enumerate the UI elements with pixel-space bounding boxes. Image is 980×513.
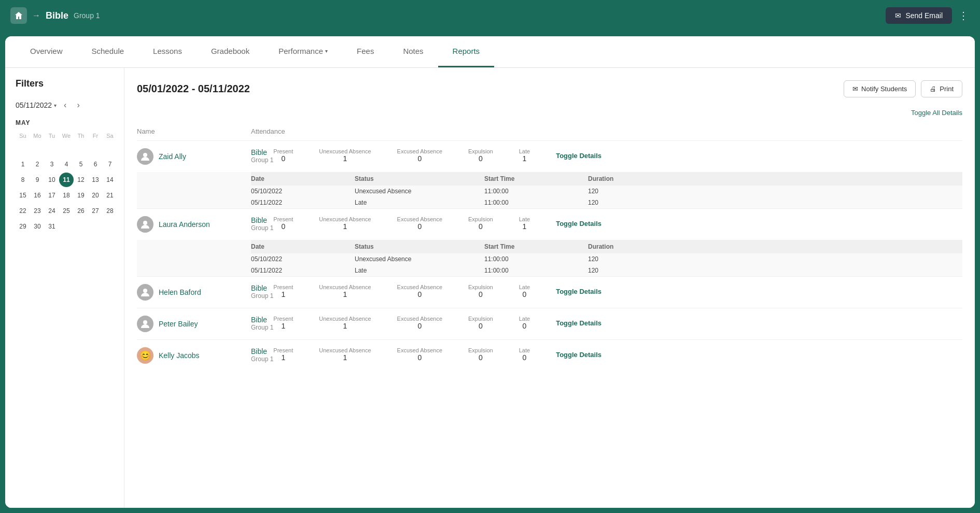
cal-day-21[interactable]: 21 [103, 188, 117, 203]
cal-day-8[interactable]: 8 [16, 173, 30, 187]
cal-day-10[interactable]: 10 [45, 173, 59, 187]
next-date-button[interactable]: › [74, 99, 82, 111]
cal-header-fr: Fr [88, 131, 103, 141]
cal-day-17[interactable]: 17 [45, 188, 59, 203]
stat-unexcused: Unexcused Absence 1 [319, 148, 371, 163]
class-info: Bible Group 1 [251, 216, 273, 232]
stats-and-toggle: Present 1 Unexcused Absence 1 Excused Ab… [273, 284, 962, 298]
cal-day-24[interactable]: 24 [45, 204, 59, 218]
stat-unexcused-label: Unexcused Absence [319, 216, 371, 222]
stat-late-value: 1 [519, 222, 530, 231]
cal-day-12[interactable]: 12 [74, 173, 88, 187]
send-email-button[interactable]: ✉ Send Email [886, 7, 952, 24]
stats-and-toggle: Present 0 Unexcused Absence 1 Excused Ab… [273, 216, 962, 231]
reports-header: 05/01/2022 - 05/11/2022 ✉ Notify Student… [137, 80, 962, 97]
cal-day-13[interactable]: 13 [88, 173, 103, 187]
cal-day-29[interactable]: 29 [16, 219, 30, 234]
cal-day-15[interactable]: 15 [16, 188, 30, 203]
detail-col-duration: Duration [588, 240, 962, 253]
cal-day-27[interactable]: 27 [88, 204, 103, 218]
student-name[interactable]: Laura Anderson [159, 220, 210, 229]
tab-notes[interactable]: Notes [388, 36, 438, 67]
stat-present-value: 1 [273, 353, 293, 362]
cal-day-11[interactable]: 11 [59, 173, 74, 187]
student-name[interactable]: Kelly Jacobs [159, 351, 200, 360]
cal-day-28[interactable]: 28 [103, 204, 117, 218]
stat-unexcused: Unexcused Absence 1 [319, 284, 371, 298]
more-options-button[interactable]: ⋮ [958, 9, 970, 22]
stats-row: Present 0 Unexcused Absence 1 Excused Ab… [273, 216, 530, 231]
cal-day-2[interactable]: 2 [30, 157, 45, 172]
cal-day-3[interactable]: 3 [45, 157, 59, 172]
attendance-cell: Bible Group 1 Present 1 Unexcused Absenc… [251, 308, 962, 340]
svg-point-1 [143, 221, 147, 225]
stat-late: Late 1 [519, 148, 530, 163]
toggle-details-button[interactable]: Toggle Details [556, 152, 601, 160]
stat-excused: Excused Absence 0 [397, 148, 442, 163]
tab-performance[interactable]: Performance ▾ [264, 36, 342, 67]
cal-day-6[interactable]: 6 [88, 157, 103, 172]
cal-day-9[interactable]: 9 [30, 173, 45, 187]
tab-schedule[interactable]: Schedule [77, 36, 139, 67]
stat-excused-value: 0 [397, 322, 442, 330]
current-date-display[interactable]: 05/11/2022 ▾ [16, 101, 57, 109]
top-bar-left: → Bible Group 1 [10, 7, 100, 24]
cal-day-19[interactable]: 19 [74, 188, 88, 203]
student-row: Helen Baford Bible Group 1 Present [137, 277, 962, 308]
stat-late-value: 0 [519, 322, 530, 330]
cal-day-18[interactable]: 18 [59, 188, 74, 203]
detail-col-start-time: Start Time [484, 172, 588, 186]
toggle-details-button[interactable]: Toggle Details [556, 288, 601, 295]
prev-date-button[interactable]: ‹ [61, 99, 69, 111]
student-row: 😊 Kelly Jacobs Bible Group 1 [137, 340, 962, 372]
stat-expulsion-label: Expulsion [468, 284, 493, 290]
student-name[interactable]: Zaid Ally [159, 152, 186, 161]
detail-start-time: 11:00:00 [484, 253, 588, 265]
stat-expulsion-value: 0 [468, 290, 493, 298]
detail-start-time: 11:00:00 [484, 186, 588, 197]
cal-day-7[interactable]: 7 [103, 157, 117, 172]
notify-students-button[interactable]: ✉ Notify Students [844, 80, 916, 97]
student-name[interactable]: Helen Baford [159, 288, 201, 296]
stat-expulsion-value: 0 [468, 154, 493, 163]
cal-day-23[interactable]: 23 [30, 204, 45, 218]
tab-overview[interactable]: Overview [16, 36, 77, 67]
toggle-details-button[interactable]: Toggle Details [556, 220, 601, 227]
cal-day-30[interactable]: 30 [30, 219, 45, 234]
reports-table: Name Attendance Zaid Ally [137, 122, 962, 371]
cal-day-22[interactable]: 22 [16, 204, 30, 218]
avatar: 😊 [137, 347, 153, 364]
stat-expulsion-value: 0 [468, 222, 493, 231]
cal-day-16[interactable]: 16 [30, 188, 45, 203]
toggle-all-details-link[interactable]: Toggle All Details [911, 109, 962, 117]
print-button[interactable]: 🖨 Print [921, 80, 962, 97]
student-name-cell: Helen Baford [137, 277, 251, 308]
app-logo[interactable] [10, 7, 27, 24]
tab-fees[interactable]: Fees [342, 36, 388, 67]
cal-day-14[interactable]: 14 [103, 173, 117, 187]
cal-day-26[interactable]: 26 [74, 204, 88, 218]
cal-day-31[interactable]: 31 [45, 219, 59, 234]
stat-unexcused-value: 1 [319, 322, 371, 330]
toggle-details-button[interactable]: Toggle Details [556, 319, 601, 327]
stat-late: Late 0 [519, 347, 530, 362]
stat-excused-label: Excused Absence [397, 216, 442, 222]
cal-day-20[interactable]: 20 [88, 188, 103, 203]
cal-day-25[interactable]: 25 [59, 204, 74, 218]
tab-gradebook[interactable]: Gradebook [197, 36, 264, 67]
detail-col-start-time: Start Time [484, 240, 588, 253]
tab-lessons[interactable]: Lessons [138, 36, 197, 67]
cal-day-empty [74, 141, 88, 156]
toggle-details-button[interactable]: Toggle Details [556, 351, 601, 359]
stat-excused-value: 0 [397, 290, 442, 298]
top-bar-right: ✉ Send Email ⋮ [886, 7, 970, 24]
stat-present: Present 0 [273, 216, 293, 231]
detail-duration: 120 [588, 265, 962, 276]
cal-day-1[interactable]: 1 [16, 157, 30, 172]
cal-day-4[interactable]: 4 [59, 157, 74, 172]
tab-reports[interactable]: Reports [438, 36, 495, 67]
dropdown-arrow-icon: ▾ [325, 48, 328, 54]
cal-day-5[interactable]: 5 [74, 157, 88, 172]
content-layout: Filters 05/11/2022 ▾ ‹ › MAY Su Mo Tu We… [5, 68, 975, 508]
student-name[interactable]: Peter Bailey [159, 320, 198, 328]
